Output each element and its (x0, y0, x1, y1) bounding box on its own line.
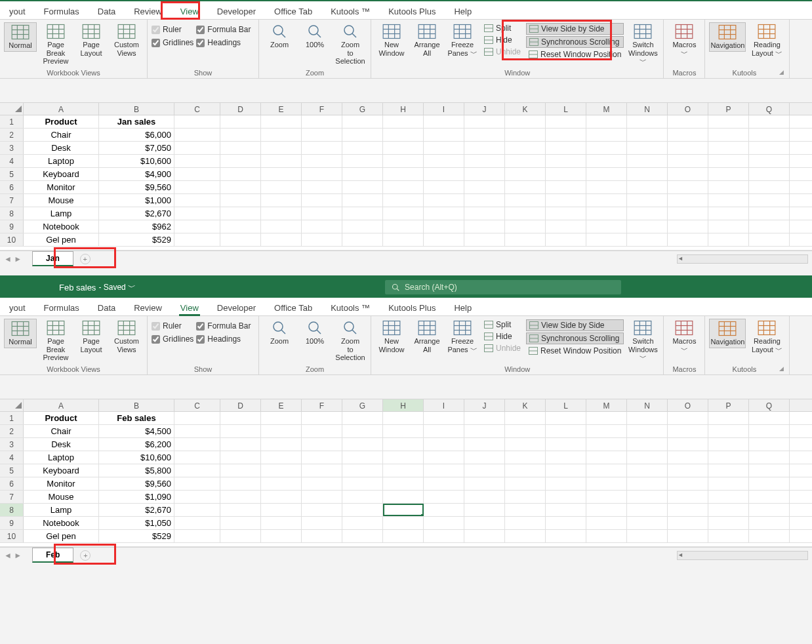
tab-kutools-plus[interactable]: Kutools Plus (379, 4, 445, 19)
cell-I2[interactable] (424, 425, 464, 437)
cell-F2[interactable] (302, 129, 342, 141)
cell-D10[interactable] (220, 233, 261, 246)
cell-M2[interactable] (586, 425, 627, 437)
headings-check[interactable]: Headings (196, 38, 251, 47)
cell-E2[interactable] (261, 425, 302, 437)
cell-C9[interactable] (174, 220, 220, 233)
cell-D7[interactable] (220, 491, 261, 503)
macros-button[interactable]: Macros﹀ (668, 22, 700, 58)
column-header-B[interactable]: B (99, 399, 174, 411)
cell-B8[interactable]: $2,670 (99, 504, 174, 516)
cell-L8[interactable] (546, 207, 586, 220)
reading-layout-button[interactable]: ReadingLayout ﹀ (748, 22, 785, 58)
cell-I3[interactable] (424, 438, 464, 451)
cell-G5[interactable] (342, 464, 383, 477)
spreadsheet-grid[interactable]: ABCDEFGHIJKLMNOPQ1ProductFeb sales2Chair… (0, 399, 812, 547)
cell-C5[interactable] (174, 168, 220, 180)
cell-G9[interactable] (342, 220, 383, 233)
column-header-D[interactable]: D (220, 103, 261, 115)
row-header-3[interactable]: 3 (0, 142, 24, 154)
cell-C9[interactable] (174, 517, 220, 529)
cell-Q10[interactable] (749, 530, 790, 542)
tab-formulas[interactable]: Formulas (35, 300, 89, 315)
cell-H9[interactable] (383, 220, 424, 233)
cell-O6[interactable] (668, 477, 708, 490)
cell-A8[interactable]: Lamp (24, 207, 99, 220)
tab-kutools-[interactable]: Kutools ™ (321, 300, 379, 315)
tab-help[interactable]: Help (445, 300, 481, 315)
column-header-K[interactable]: K (505, 103, 546, 115)
new-sheet-button[interactable]: + (80, 254, 91, 264)
cell-I8[interactable] (424, 504, 464, 516)
page-break-preview-button[interactable]: PageBreak Preview (39, 319, 72, 363)
tab-kutools-[interactable]: Kutools ™ (321, 4, 379, 19)
sheet-tab-feb[interactable]: Feb (32, 548, 73, 563)
cell-M8[interactable] (586, 207, 627, 220)
tab-help[interactable]: Help (445, 4, 481, 19)
column-header-A[interactable]: A (24, 399, 99, 411)
cell-L3[interactable] (546, 142, 586, 154)
cell-N5[interactable] (627, 168, 668, 180)
synchronous-scrolling-button[interactable]: Synchronous Scrolling (526, 332, 624, 344)
cell-G10[interactable] (342, 530, 383, 542)
cell-P7[interactable] (708, 491, 749, 503)
cell-O2[interactable] (668, 129, 708, 141)
cell-A6[interactable]: Monitor (24, 181, 99, 193)
split-button[interactable]: Split (481, 319, 523, 330)
cell-O3[interactable] (668, 438, 708, 451)
cell-L5[interactable] (546, 464, 586, 477)
cell-D9[interactable] (220, 220, 261, 233)
cell-M10[interactable] (586, 530, 627, 542)
cell-F6[interactable] (302, 477, 342, 490)
page-layout-button[interactable]: PageLayout (75, 22, 108, 58)
cell-K10[interactable] (505, 530, 546, 542)
cell-J3[interactable] (464, 142, 505, 154)
column-header-G[interactable]: G (342, 399, 383, 411)
column-header-B[interactable]: B (99, 103, 174, 115)
cell-Q2[interactable] (749, 425, 790, 437)
column-header-G[interactable]: G (342, 103, 383, 115)
cell-N1[interactable] (627, 412, 668, 424)
cell-P10[interactable] (708, 233, 749, 246)
cell-C4[interactable] (174, 451, 220, 464)
cell-Q3[interactable] (749, 142, 790, 154)
cell-L7[interactable] (546, 194, 586, 207)
cell-M3[interactable] (586, 142, 627, 154)
view-side-by-side-button[interactable]: View Side by Side (526, 319, 624, 331)
cell-I9[interactable] (424, 220, 464, 233)
cell-I9[interactable] (424, 517, 464, 529)
cell-A3[interactable]: Desk (24, 438, 99, 451)
tab-yout[interactable]: yout (0, 300, 35, 315)
column-header-K[interactable]: K (505, 399, 546, 411)
cell-A7[interactable]: Mouse (24, 491, 99, 503)
cell-M10[interactable] (586, 233, 627, 246)
tab-office-tab[interactable]: Office Tab (265, 300, 321, 315)
column-header-Q[interactable]: Q (749, 399, 790, 411)
cell-N6[interactable] (627, 477, 668, 490)
cell-O9[interactable] (668, 220, 708, 233)
cell-G7[interactable] (342, 491, 383, 503)
cell-G1[interactable] (342, 115, 383, 128)
cell-N8[interactable] (627, 504, 668, 516)
column-header-C[interactable]: C (174, 399, 220, 411)
zoom-100-button[interactable]: 100% (298, 22, 331, 50)
new-window-button[interactable]: NewWindow (375, 319, 408, 355)
zoom-button[interactable]: Zoom (263, 319, 296, 347)
cell-M8[interactable] (586, 504, 627, 516)
cell-A10[interactable]: Gel pen (24, 233, 99, 246)
cell-K5[interactable] (505, 464, 546, 477)
cell-G8[interactable] (342, 504, 383, 516)
cell-C8[interactable] (174, 207, 220, 220)
cell-Q2[interactable] (749, 129, 790, 141)
cell-B3[interactable]: $7,050 (99, 142, 174, 154)
cell-L9[interactable] (546, 220, 586, 233)
freeze-panes-button[interactable]: FreezePanes ﹀ (446, 319, 479, 355)
cell-P5[interactable] (708, 464, 749, 477)
cell-L7[interactable] (546, 491, 586, 503)
cell-J4[interactable] (464, 155, 505, 167)
cell-O3[interactable] (668, 142, 708, 154)
cell-H6[interactable] (383, 477, 424, 490)
column-header-Q[interactable]: Q (749, 103, 790, 115)
cell-O4[interactable] (668, 451, 708, 464)
cell-P7[interactable] (708, 194, 749, 207)
